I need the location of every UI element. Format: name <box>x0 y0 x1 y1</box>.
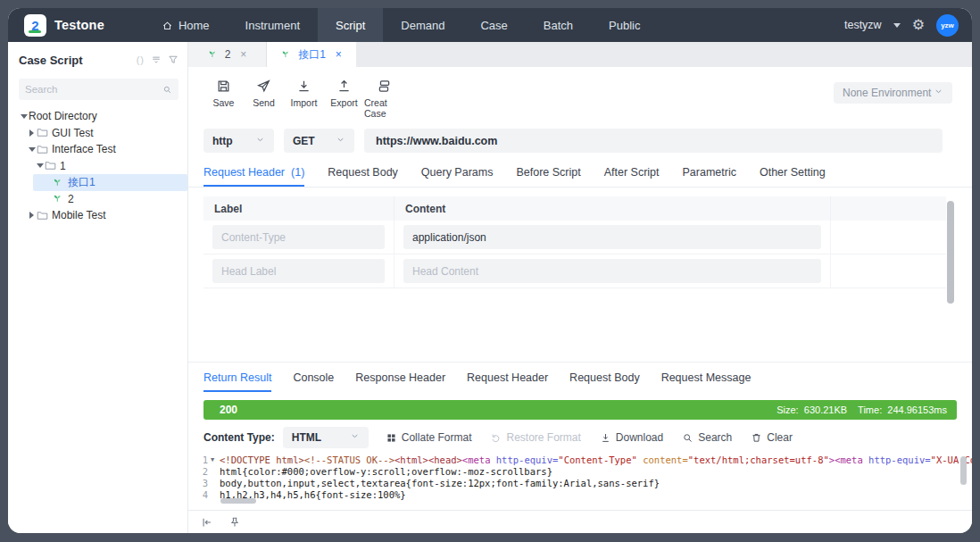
nav-item-public[interactable]: Public <box>591 8 658 42</box>
nav-item-home[interactable]: Home <box>144 8 228 42</box>
import-button[interactable]: Import <box>284 79 324 119</box>
horizontal-scrollbar-thumb[interactable] <box>220 498 256 504</box>
tree-node-7[interactable]: Mobile Test <box>8 207 187 224</box>
tree-node-3[interactable]: Interface Test <box>8 141 187 158</box>
request-tab-label: Query Params <box>421 166 494 179</box>
url-input[interactable] <box>364 129 943 153</box>
user-avatar[interactable]: yzw <box>936 14 959 37</box>
nav-item-label: Script <box>336 19 365 32</box>
request-tab-before-script[interactable]: Before Script <box>516 166 580 187</box>
pin-icon[interactable] <box>228 516 241 529</box>
column-header-empty <box>830 196 946 221</box>
nav-item-case[interactable]: Case <box>462 8 525 42</box>
environment-select[interactable]: None Environment <box>834 82 952 104</box>
caret-right-icon <box>29 129 34 137</box>
doc-tab-2[interactable]: 接口1× <box>267 42 356 67</box>
tab-close-icon[interactable]: × <box>336 48 342 61</box>
main-scrollbar-thumb[interactable] <box>947 201 954 304</box>
caret-down-icon <box>37 163 44 168</box>
response-tab-response-header[interactable]: Response Header <box>355 371 445 392</box>
nav-item-demand[interactable]: Demand <box>383 8 462 42</box>
response-tab-request-body[interactable]: Request Body <box>569 371 640 392</box>
sidebar-search[interactable] <box>19 79 179 100</box>
settings-gear-icon[interactable]: ⚙ <box>912 18 925 32</box>
search-button[interactable]: Search <box>682 431 732 444</box>
request-row: http GET <box>188 119 972 153</box>
tree-node-2[interactable]: GUI Test <box>8 125 187 142</box>
doc-tab-label: 2 <box>225 48 231 61</box>
method-select[interactable]: GET <box>284 129 354 153</box>
folder <box>37 144 48 155</box>
top-navbar: 2 Testone HomeInstrumentScriptDemandCase… <box>8 8 972 42</box>
header-label-input[interactable] <box>212 225 385 249</box>
nav-item-instrument[interactable]: Instrument <box>228 8 318 42</box>
send-button[interactable]: Send <box>244 79 284 119</box>
tree-node-5[interactable]: 接口1 <box>33 174 187 191</box>
tree-node-4[interactable]: 1 <box>8 158 187 175</box>
search-input[interactable] <box>25 84 162 95</box>
tree-caret-icon[interactable] <box>35 163 45 168</box>
caret-down-icon <box>21 114 28 119</box>
user-menu[interactable]: testyzw <box>844 19 882 31</box>
clear-button[interactable]: Clear <box>751 431 793 444</box>
save-button[interactable]: Save <box>203 79 244 119</box>
caret-right-icon <box>29 212 34 219</box>
request-tab-label: Request Header <box>203 166 285 179</box>
caret-down-icon <box>29 147 36 152</box>
tree-node-label: 1 <box>60 160 66 172</box>
swap-icon[interactable]: () <box>137 54 145 65</box>
viewer-buttons: Collate FormatRestore FormatDownloadSear… <box>386 431 793 444</box>
document-tabstrip: 2×接口1× <box>188 42 972 67</box>
creat-case-button[interactable]: Creat Case <box>364 79 404 119</box>
tree-caret-icon[interactable] <box>27 147 37 152</box>
collapse-all-icon[interactable] <box>151 54 162 65</box>
save-icon <box>216 79 231 94</box>
action-label: Export <box>330 97 357 108</box>
request-tab-other-setting[interactable]: Other Setting <box>760 166 826 187</box>
doc-tab-label: 接口1 <box>298 47 326 63</box>
collapse-left-icon[interactable] <box>201 516 213 529</box>
request-tab-label: Before Script <box>516 166 580 179</box>
response-tab-request-header[interactable]: Request Header <box>467 371 548 392</box>
export-button[interactable]: Export <box>324 79 364 119</box>
code-line: 3body,button,input,select,textarea{font-… <box>188 478 972 489</box>
api <box>53 193 64 204</box>
response-code-viewer[interactable]: 1▼<!DOCTYPE html><!--STATUS OK--><html><… <box>188 454 972 504</box>
tree-node-6[interactable]: 2 <box>8 191 187 208</box>
column-header-label: Label <box>203 203 394 215</box>
header-label-input[interactable] <box>212 259 385 283</box>
tree-caret-icon[interactable] <box>27 129 37 137</box>
tree-caret-icon[interactable] <box>27 212 37 219</box>
request-tab-after-script[interactable]: After Script <box>604 166 660 187</box>
request-tab-request-header[interactable]: Request Header(1) <box>203 166 304 187</box>
request-tab-label: Parametric <box>683 166 736 179</box>
code-scrollbar-thumb[interactable] <box>960 456 967 485</box>
nav-item-script[interactable]: Script <box>318 8 383 42</box>
response-tab-console[interactable]: Console <box>293 371 334 392</box>
code-line: 4h1,h2,h3,h4,h5,h6{font-size:100%} <box>188 489 972 501</box>
header-content-input[interactable] <box>403 225 821 249</box>
response-tab-request-message[interactable]: Request Message <box>661 371 752 392</box>
protocol-select[interactable]: http <box>203 129 274 153</box>
user-caret-icon[interactable] <box>893 23 901 28</box>
content-type-select[interactable]: HTML <box>283 427 369 448</box>
header-content-input[interactable] <box>403 259 821 283</box>
tree-node-1[interactable]: Root Directory <box>8 108 187 125</box>
response-tab-return-result[interactable]: Return Result <box>203 371 271 392</box>
create-case-icon <box>377 79 392 94</box>
fold-caret-icon[interactable]: ▼ <box>208 454 217 466</box>
request-tab-request-body[interactable]: Request Body <box>328 166 398 187</box>
request-tab-parametric[interactable]: Parametric <box>683 166 736 187</box>
api-script-icon <box>53 177 64 188</box>
brand[interactable]: 2 Testone <box>24 14 104 37</box>
tab-close-icon[interactable]: × <box>240 48 246 61</box>
request-tab-query-params[interactable]: Query Params <box>421 166 494 187</box>
collate-format-button[interactable]: Collate Format <box>386 431 472 444</box>
nav-item-batch[interactable]: Batch <box>526 8 591 42</box>
content-type-label: Content Type: <box>203 431 275 444</box>
download-button[interactable]: Download <box>600 431 663 444</box>
filter-icon[interactable] <box>168 54 179 65</box>
doc-tab-1[interactable]: 2× <box>188 42 267 67</box>
tree-caret-icon[interactable] <box>19 114 29 119</box>
send-icon <box>256 79 271 94</box>
